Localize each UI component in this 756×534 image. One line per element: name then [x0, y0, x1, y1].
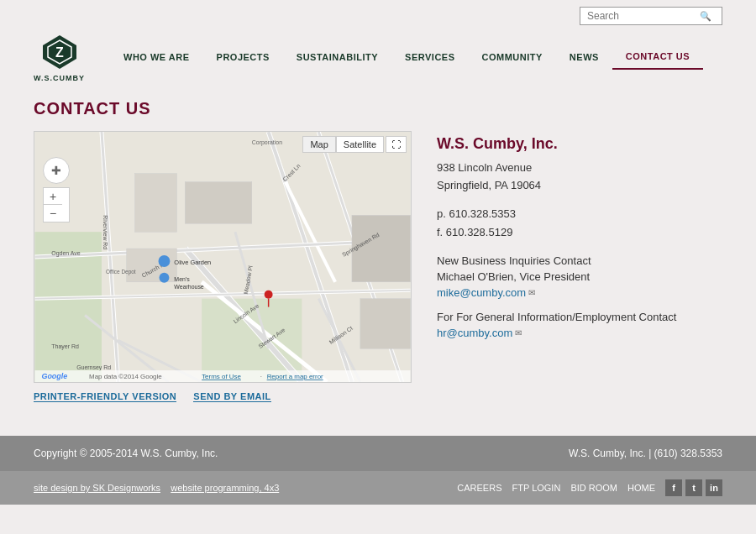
email-icon: ✉	[528, 288, 535, 297]
logo-icon: Z	[39, 32, 80, 72]
general-info-title: For For General Information/Employment C…	[437, 311, 722, 323]
bid-room-link[interactable]: BID ROOM	[570, 483, 617, 493]
logo-text: W.S.CUMBY	[34, 74, 85, 82]
map-button[interactable]: Map	[302, 136, 335, 153]
search-icon: 🔍	[700, 11, 711, 22]
svg-text:Wearhouse: Wearhouse	[174, 284, 203, 290]
site-design-link[interactable]: site design by SK Designworks	[34, 483, 160, 493]
email-icon-2: ✉	[515, 328, 522, 338]
company-name: W.S. Cumby, Inc.	[437, 135, 722, 153]
svg-text:Google: Google	[41, 372, 67, 380]
top-search-bar: 🔍	[0, 0, 756, 32]
logo-area: Z W.S.CUMBY	[34, 32, 85, 82]
map-container[interactable]: Map Satellite ⛶ ✚ + −	[34, 131, 412, 383]
svg-text:Ogden Ave: Ogden Ave	[51, 250, 80, 257]
main-nav: WHO WE ARE PROJECTS SUSTAINABILITY SERVI…	[110, 44, 703, 70]
header: Z W.S.CUMBY WHO WE ARE PROJECTS SUSTAINA…	[0, 32, 756, 82]
social-icons: f t in	[665, 479, 722, 496]
phone: p. 610.328.5353	[437, 205, 722, 223]
new-business-person: Michael O'Brien, Vice President	[437, 270, 722, 283]
phone-block: p. 610.328.5353 f. 610.328.5129	[437, 205, 722, 242]
nav-sustainability[interactable]: SUSTAINABILITY	[283, 45, 391, 69]
svg-text:Riverview Rd: Riverview Rd	[102, 215, 108, 249]
home-link[interactable]: HOME	[627, 483, 655, 493]
new-business-title: New Business Inquiries Contact	[437, 254, 722, 267]
expand-button[interactable]: ⛶	[386, 136, 407, 153]
fax: f. 610.328.5129	[437, 223, 722, 242]
nav-services[interactable]: SERVICES	[391, 45, 468, 69]
nav-news[interactable]: NEWS	[556, 45, 612, 69]
svg-text:Men's: Men's	[174, 276, 190, 282]
careers-link[interactable]: CAREERS	[457, 483, 501, 493]
footer-bottom-left: site design by SK Designworks website pr…	[34, 483, 279, 493]
general-info-email[interactable]: hr@cumby.com ✉	[437, 327, 722, 339]
svg-text:Terms of Use: Terms of Use	[202, 373, 241, 380]
map-area: Map Satellite ⛶ ✚ + −	[34, 131, 412, 402]
svg-text:Guernsey Rd: Guernsey Rd	[76, 364, 111, 371]
linkedin-icon[interactable]: in	[706, 479, 722, 496]
footer-main: Copyright © 2005-2014 W.S. Cumby, Inc. W…	[0, 436, 756, 471]
search-input[interactable]	[587, 10, 696, 22]
footer-company-info: W.S. Cumby, Inc. | (610) 328.5353	[569, 448, 722, 459]
map-svg: Church Rd Springhaven Rd Lincoln Ave Riv…	[34, 132, 411, 382]
svg-text:Olive Garden: Olive Garden	[174, 259, 211, 266]
nav-who-we-are[interactable]: WHO WE ARE	[110, 45, 203, 69]
nav-community[interactable]: COMMUNITY	[469, 45, 556, 69]
footer-bottom-right: CAREERS FTP LOGIN BID ROOM HOME f t in	[457, 479, 722, 496]
footer-copyright: Copyright © 2005-2014 W.S. Cumby, Inc.	[34, 448, 218, 459]
printer-friendly-link[interactable]: PRINTER-FRIENDLY VERSION	[34, 391, 176, 402]
satellite-button[interactable]: Satellite	[336, 136, 384, 153]
svg-point-47	[265, 291, 273, 299]
svg-rect-24	[127, 249, 177, 282]
page-title: CONTACT US	[34, 99, 722, 118]
svg-text:Report a map error: Report a map error	[267, 373, 323, 380]
svg-text:Map data ©2014 Google: Map data ©2014 Google	[89, 373, 162, 380]
map-navigation: ✚ + −	[43, 157, 70, 222]
map-zoom: + −	[43, 187, 70, 222]
svg-point-42	[160, 273, 170, 283]
programming-link[interactable]: website programming, 4x3	[171, 483, 279, 493]
main-content: CONTACT US Map Satellite ⛶ ✚ + −	[0, 82, 756, 419]
svg-text:Thayer Rd: Thayer Rd	[51, 343, 79, 350]
address-block: 938 Lincoln Avenue Springfield, PA 19064	[437, 160, 722, 195]
nav-contact-us[interactable]: CONTACT US	[612, 44, 703, 70]
zoom-out-button[interactable]: −	[44, 205, 62, 222]
footer-bottom: site design by SK Designworks website pr…	[0, 471, 756, 505]
contact-info: W.S. Cumby, Inc. 938 Lincoln Avenue Spri…	[437, 131, 722, 402]
facebook-icon[interactable]: f	[665, 479, 682, 496]
svg-rect-25	[185, 182, 251, 224]
twitter-icon[interactable]: t	[685, 479, 702, 496]
svg-rect-26	[352, 215, 411, 281]
address-line1: 938 Lincoln Avenue	[437, 160, 722, 177]
svg-rect-27	[360, 299, 411, 349]
map-actions: PRINTER-FRIENDLY VERSION SEND BY EMAIL	[34, 391, 412, 402]
svg-rect-28	[135, 174, 177, 233]
new-business-email[interactable]: mike@cumby.com ✉	[437, 286, 722, 299]
address-line2: Springfield, PA 19064	[437, 177, 722, 195]
svg-text:Z: Z	[55, 45, 64, 60]
map-compass[interactable]: ✚	[43, 157, 70, 184]
send-by-email-link[interactable]: SEND BY EMAIL	[193, 391, 270, 402]
search-wrapper: 🔍	[580, 7, 722, 25]
ftp-login-link[interactable]: FTP LOGIN	[512, 483, 561, 493]
svg-text:·: ·	[260, 373, 262, 380]
contact-layout: Map Satellite ⛶ ✚ + −	[34, 131, 722, 402]
svg-text:Corporation: Corporation	[252, 139, 282, 146]
zoom-in-button[interactable]: +	[44, 188, 62, 205]
svg-point-40	[159, 255, 171, 267]
nav-projects[interactable]: PROJECTS	[203, 45, 283, 69]
svg-text:Office Depot: Office Depot	[106, 269, 136, 275]
map-controls: Map Satellite ⛶	[302, 136, 407, 153]
